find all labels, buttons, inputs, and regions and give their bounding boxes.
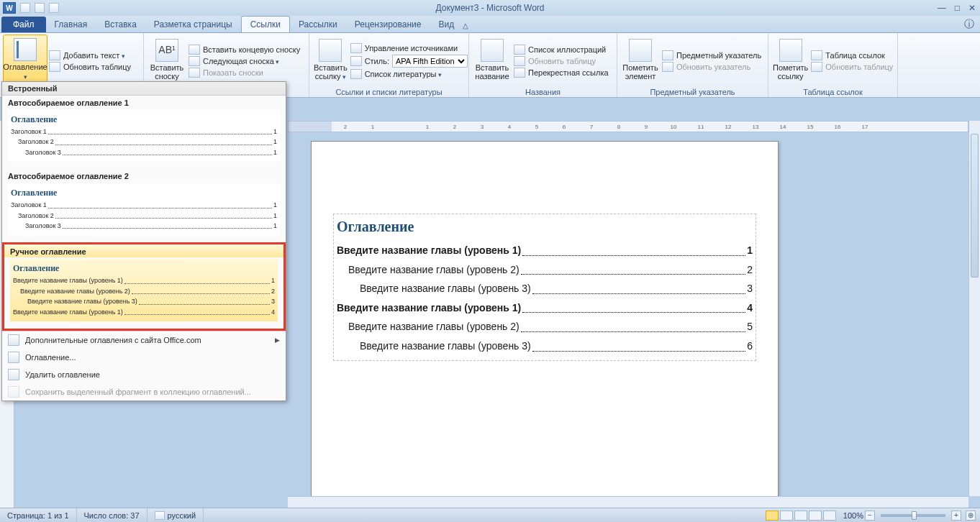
toc-button-label: Оглавление (3, 63, 47, 81)
tab-layout[interactable]: Разметка страницы (145, 17, 241, 32)
tab-file[interactable]: Файл (1, 17, 46, 32)
restore-button[interactable]: □ (955, 3, 960, 13)
office-icon (8, 334, 19, 346)
add-text-icon (49, 50, 60, 60)
scrollbar-thumb[interactable] (971, 134, 979, 278)
gallery-item-auto2[interactable]: Оглавление Заголовок 11Заголовок 21Загол… (8, 183, 280, 235)
tab-view[interactable]: Вид (430, 17, 463, 32)
view-web-button[interactable] (794, 510, 807, 521)
zoom-slider-thumb[interactable] (912, 511, 917, 520)
table-figures-button[interactable]: Список иллюстраций (512, 44, 610, 55)
group-label-toa: Таблица ссылок (771, 87, 894, 97)
save-icon[interactable] (20, 3, 30, 13)
cross-ref-icon (514, 68, 525, 78)
bibliography-button[interactable]: Список литературы (349, 68, 469, 80)
status-word-count[interactable]: Число слов: 37 (77, 508, 148, 522)
undo-icon[interactable] (35, 3, 45, 13)
gallery-item-auto1[interactable]: Оглавление Заголовок 11Заголовок 21Загол… (8, 110, 280, 162)
citation-style-select[interactable]: APA Fifth Edition (392, 55, 468, 68)
mark-index-label: Пометить элемент (622, 63, 659, 81)
vertical-scrollbar[interactable] (968, 121, 980, 496)
show-footnotes-button[interactable]: Показать сноски (187, 67, 301, 78)
toc-line: Введите название главы (уровень 1)1 (13, 275, 275, 285)
remove-toc[interactable]: Удалить оглавление (2, 366, 286, 383)
update-toc-button[interactable]: Обновить таблицу (47, 61, 132, 73)
quick-access-toolbar (20, 3, 59, 13)
update-toa-icon (811, 62, 822, 72)
zoom-out-button[interactable]: − (865, 510, 875, 521)
window-title: Документ3 - Microsoft Word (435, 3, 544, 13)
gallery-item-manual-header: Ручное оглавление (4, 244, 283, 257)
insert-index-icon (662, 50, 673, 60)
group-label-captions: Названия (472, 87, 614, 97)
view-outline-button[interactable] (809, 510, 822, 521)
gallery-highlight-border: Ручное оглавление Оглавление Введите наз… (2, 242, 286, 331)
update-toa-button[interactable]: Обновить таблицу (809, 61, 894, 73)
toc-line: Введите название главы (уровень 3)3 (13, 296, 275, 306)
tab-insert[interactable]: Вставка (96, 17, 145, 32)
status-language[interactable]: русский (148, 508, 204, 522)
tab-mailings[interactable]: Рассылки (290, 17, 346, 32)
title-bar: W Документ3 - Microsoft Word ― □ ✕ (0, 0, 980, 16)
remove-toc-icon (8, 369, 19, 380)
gallery-section-builtin: Встроенный (2, 82, 286, 96)
status-bar: Страница: 1 из 1 Число слов: 37 русский … (0, 508, 980, 522)
insert-citation-button[interactable]: Вставить ссылку (312, 35, 349, 85)
group-label-index: Предметный указатель (620, 87, 765, 97)
tab-review[interactable]: Рецензирование (346, 17, 430, 32)
next-footnote-button[interactable]: Следующая сноска (187, 55, 301, 67)
toc-line: Введите название главы (уровень 1)1 (337, 241, 753, 260)
mark-index-button[interactable]: Пометить элемент (620, 35, 661, 85)
toc-line: Заголовок 31 (11, 147, 277, 157)
view-print-layout-button[interactable] (766, 510, 779, 521)
toc-line: Введите название главы (уровень 2)5 (337, 317, 753, 336)
status-page[interactable]: Страница: 1 из 1 (0, 508, 77, 522)
horizontal-scrollbar[interactable] (288, 496, 968, 508)
insert-footnote-button[interactable]: AB¹ Вставить сноску (147, 35, 187, 85)
preview-title: Оглавление (11, 188, 277, 198)
redo-icon[interactable] (49, 3, 59, 13)
cross-ref-button[interactable]: Перекрестная ссылка (512, 67, 610, 78)
document-page[interactable]: Оглавление Введите название главы (урове… (311, 141, 779, 515)
horizontal-ruler[interactable]: 211234567891011121314151617 (288, 121, 968, 132)
toc-button[interactable]: Оглавление (3, 35, 47, 85)
toc-line: Введите название главы (уровень 3)6 (337, 336, 753, 356)
zoom-level[interactable]: 100% (843, 511, 863, 520)
toc-line: Заголовок 11 (11, 127, 277, 137)
insert-index-button[interactable]: Предметный указатель (661, 50, 763, 61)
toc-line: Введите название главы (уровень 2)2 (337, 260, 753, 280)
insert-toa-button[interactable]: Таблица ссылок (809, 50, 894, 61)
manage-sources-button[interactable]: Управление источниками (349, 42, 469, 54)
tab-home[interactable]: Главная (46, 17, 96, 32)
zoom-in-button[interactable]: + (951, 510, 961, 521)
insert-endnote-button[interactable]: Вставить концевую сноску (187, 44, 301, 55)
style-icon (350, 56, 362, 66)
more-toc-office[interactable]: Дополнительные оглавления с сайта Office… (2, 331, 286, 349)
save-selection-icon (8, 386, 19, 398)
toc-line: Введите название главы (уровень 2)2 (13, 286, 275, 296)
toa-icon (811, 50, 822, 60)
gallery-item-auto2-header: Автособираемое оглавление 2 (2, 169, 286, 182)
help-icon[interactable]: ⓘ (964, 18, 974, 32)
toc-icon (14, 38, 37, 61)
gallery-item-manual[interactable]: Оглавление Введите название главы (урове… (10, 259, 278, 321)
tab-references[interactable]: Ссылки (241, 16, 290, 32)
mark-citation-button[interactable]: Пометить ссылку (771, 35, 809, 85)
toc-content-control[interactable]: Оглавление Введите название главы (урове… (333, 214, 756, 361)
minimize-button[interactable]: ― (938, 3, 946, 13)
close-button[interactable]: ✕ (968, 3, 976, 13)
minimize-ribbon-icon[interactable]: △ (463, 22, 468, 32)
view-fullscreen-button[interactable] (780, 510, 793, 521)
insert-caption-button[interactable]: Вставить название (472, 35, 512, 85)
zoom-slider[interactable] (881, 514, 945, 517)
zoom-fit-button[interactable]: ⊕ (966, 510, 976, 521)
custom-toc[interactable]: Оглавление... (2, 349, 286, 366)
citation-style-row: Стиль: APA Fifth Edition (349, 54, 469, 68)
update-figures-button[interactable]: Обновить таблицу (512, 55, 610, 67)
preview-title: Оглавление (13, 263, 275, 274)
view-draft-button[interactable] (823, 510, 836, 521)
preview-title: Оглавление (11, 114, 277, 125)
add-text-button[interactable]: Добавить текст (47, 50, 132, 61)
update-index-button[interactable]: Обновить указатель (661, 61, 763, 73)
caption-icon (481, 39, 504, 62)
